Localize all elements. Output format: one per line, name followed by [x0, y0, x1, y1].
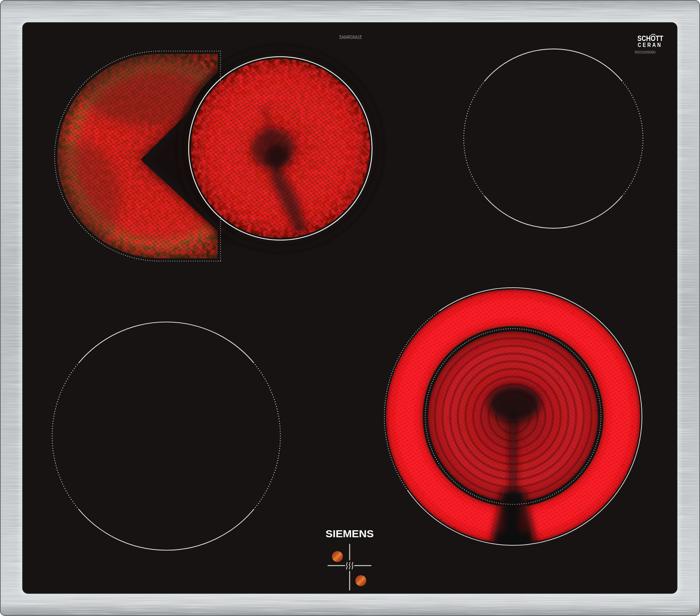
svg-text:9001609080: 9001609080	[635, 50, 656, 54]
svg-text:CERAN: CERAN	[638, 42, 662, 48]
svg-text:SIEMENS: SIEMENS	[326, 528, 374, 539]
svg-text:EA64RGNA1E: EA64RGNA1E	[340, 34, 362, 40]
